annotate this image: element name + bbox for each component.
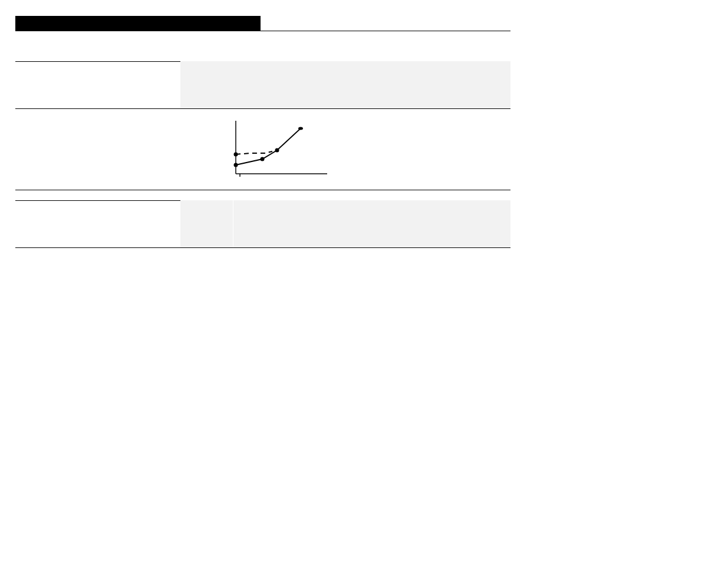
chart-type: line [0,0,1,1]
section1-gray-panel [180,61,510,108]
section-gap-rule-1 [15,190,510,190]
chart-svg [224,118,342,180]
svg-point-5 [275,148,279,153]
svg-point-7 [234,153,238,157]
svg-point-3 [234,163,238,167]
header-rule [15,31,510,31]
svg-point-4 [261,157,265,161]
section2-gray-panel [180,200,510,247]
header-bar [15,16,261,31]
chart [224,118,342,180]
section2-gray-divider [233,200,233,247]
section2-bottom-rule [15,247,510,248]
page: line [0,0,728,562]
svg-point-6 [298,127,303,130]
section1-bottom-rule [15,108,510,109]
